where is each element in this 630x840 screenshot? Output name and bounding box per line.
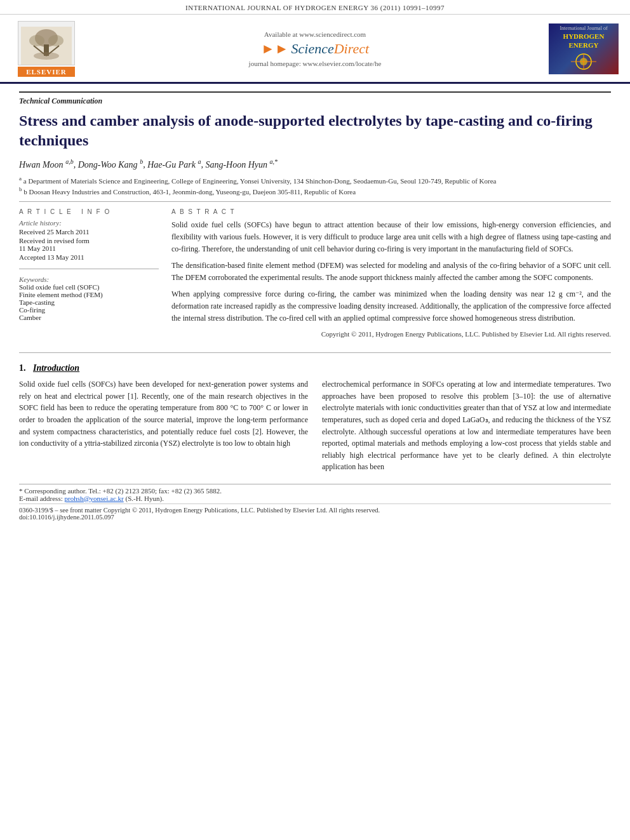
abstract-para-2: The densification-based finite element m… <box>171 260 611 283</box>
main-content: 1. Introduction Solid oxide fuel cells (… <box>0 363 630 521</box>
article-info-header: A R T I C L E I N F O <box>19 208 159 215</box>
paper-title: Stress and camber analysis of anode-supp… <box>19 111 611 150</box>
content-area: Technical Communication Stress and cambe… <box>0 84 630 352</box>
svg-point-7 <box>34 52 59 60</box>
keywords-section: Keywords: Solid oxide fuel cell (SOFC) F… <box>19 276 159 321</box>
received-date: Received 25 March 2011 <box>19 228 159 236</box>
main-divider <box>19 352 611 353</box>
journal-header-bar: INTERNATIONAL JOURNAL OF HYDROGEN ENERGY… <box>0 0 630 15</box>
intro-two-col: Solid oxide fuel cells (SOFCs) have been… <box>19 378 611 477</box>
copyright-line: 0360-3199/$ – see front matter Copyright… <box>19 507 611 514</box>
accepted-date: Accepted 13 May 2011 <box>19 253 159 261</box>
corresponding-author: * Corresponding author. Tel.: +82 (2) 21… <box>19 487 611 495</box>
elsevier-label: ELSEVIER <box>18 67 75 77</box>
header-center: Available at www.sciencedirect.com ►► Sc… <box>81 30 549 67</box>
abstract-header: A B S T R A C T <box>171 208 611 215</box>
received-revised-date: Received in revised form11 May 2011 <box>19 237 159 252</box>
article-info-abstract: A R T I C L E I N F O Article history: R… <box>19 208 611 345</box>
keyword-3: Tape-casting <box>19 298 159 306</box>
keyword-1: Solid oxide fuel cell (SOFC) <box>19 283 159 291</box>
intro-right-para: electrochemical performance in SOFCs ope… <box>322 378 611 473</box>
email-address: E-mail address: prohsh@yonsei.ac.kr (S.-… <box>19 495 611 502</box>
abstract-col: A B S T R A C T Solid oxide fuel cells (… <box>171 208 611 345</box>
keyword-5: Camber <box>19 314 159 321</box>
abstract-para-1: Solid oxide fuel cells (SOFCs) have begu… <box>171 219 611 255</box>
authors-text: Hwan Moon a,b, Dong-Woo Kang b, Hae-Gu P… <box>19 160 278 170</box>
svg-point-3 <box>29 35 44 46</box>
elsevier-logo-image <box>18 21 75 65</box>
affiliation-a: a a Department of Materials Science and … <box>19 175 611 185</box>
sciencedirect-text: ScienceDirect <box>292 41 370 57</box>
elsevier-logo: ELSEVIER <box>11 21 81 77</box>
email-link[interactable]: prohsh@yonsei.ac.kr <box>64 495 123 502</box>
authors-line: Hwan Moon a,b, Dong-Woo Kang b, Hae-Gu P… <box>19 158 611 170</box>
keyword-4: Co-firing <box>19 306 159 314</box>
article-info-col: A R T I C L E I N F O Article history: R… <box>19 208 159 345</box>
intro-left-col: Solid oxide fuel cells (SOFCs) have been… <box>19 378 308 477</box>
section-1-number: 1. <box>19 363 26 373</box>
divider-1 <box>19 201 611 202</box>
history-label: Article history: <box>19 219 159 227</box>
sciencedirect-logo: ►► ScienceDirect <box>81 41 549 57</box>
intro-left-para: Solid oxide fuel cells (SOFCs) have been… <box>19 378 308 450</box>
intro-right-text: electrochemical performance in SOFCs ope… <box>322 378 611 473</box>
section-type: Technical Communication <box>19 91 611 106</box>
copyright-doi-line: 0360-3199/$ – see front matter Copyright… <box>19 503 611 521</box>
footnote-area: * Corresponding author. Tel.: +82 (2) 21… <box>19 484 611 521</box>
header-section: ELSEVIER Available at www.sciencedirect.… <box>0 15 630 84</box>
abstract-text: Solid oxide fuel cells (SOFCs) have begu… <box>171 219 611 340</box>
journal-logo-decoration <box>568 52 600 72</box>
journal-logo-subtitle: International Journal of <box>560 25 607 31</box>
intro-left-text: Solid oxide fuel cells (SOFCs) have been… <box>19 378 308 450</box>
section-1-label: Introduction <box>33 363 79 373</box>
journal-logo-title: HYDROGENENERGY <box>563 32 605 49</box>
keywords-label: Keywords: <box>19 276 159 283</box>
available-text: Available at www.sciencedirect.com <box>81 30 549 38</box>
divider-keywords <box>19 269 159 269</box>
journal-logo-box: International Journal of HYDROGENENERGY <box>549 23 619 74</box>
svg-point-4 <box>48 35 64 46</box>
keyword-2: Finite element method (FEM) <box>19 291 159 298</box>
section-1: 1. Introduction Solid oxide fuel cells (… <box>19 363 611 477</box>
sd-arrows-icon: ►► <box>261 41 289 57</box>
section-1-title: 1. Introduction <box>19 363 611 373</box>
doi-text: doi:10.1016/j.ijhydene.2011.05.097 <box>19 514 611 521</box>
journal-homepage: journal homepage: www.elsevier.com/locat… <box>81 60 549 67</box>
journal-logo-svg <box>568 52 600 71</box>
elsevier-tree-svg <box>21 27 72 65</box>
intro-right-col: electrochemical performance in SOFCs ope… <box>322 378 611 477</box>
journal-name: INTERNATIONAL JOURNAL OF HYDROGEN ENERGY… <box>185 4 445 11</box>
abstract-copyright: Copyright © 2011, Hydrogen Energy Public… <box>171 329 611 340</box>
affiliation-b: b b Doosan Heavy Industries and Construc… <box>19 186 611 196</box>
abstract-para-3: When applying compressive force during c… <box>171 288 611 324</box>
